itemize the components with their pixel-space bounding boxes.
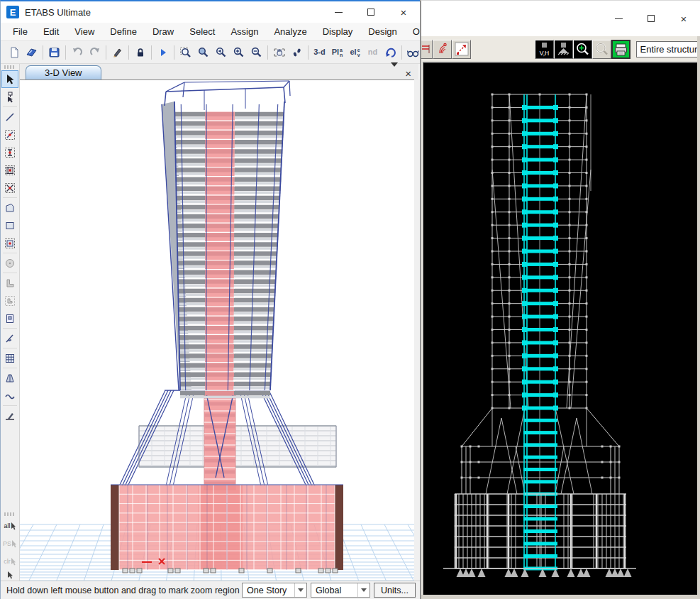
coordinate-system-dropdown[interactable]: Global — [311, 583, 370, 598]
maximize-button[interactable] — [355, 1, 387, 23]
close-button[interactable]: × — [387, 1, 420, 23]
menu-file[interactable]: File — [5, 23, 35, 40]
elevation-view-button[interactable]: elev — [346, 43, 364, 62]
select-by-object-tool[interactable] — [1, 571, 18, 581]
menu-edit[interactable]: Edit — [35, 23, 67, 40]
vertical-horizontal-view-button[interactable]: V,H — [535, 40, 554, 59]
annotate-button[interactable] — [433, 40, 452, 59]
undo-button[interactable] — [68, 43, 86, 62]
wave-icon — [4, 390, 16, 402]
right-minimize-button[interactable] — [602, 1, 635, 36]
menu-design[interactable]: Design — [360, 23, 404, 40]
draw-circle-tool[interactable] — [1, 254, 18, 272]
structure-selector-dropdown[interactable]: Entire structure — [636, 41, 700, 57]
show-supports-button[interactable] — [554, 40, 573, 59]
quick-draw-wall-tool[interactable] — [1, 292, 18, 309]
menu-display[interactable]: Display — [315, 23, 361, 40]
units-button[interactable]: Units... — [374, 583, 416, 598]
zoom-window-icon — [179, 46, 192, 59]
3d-view-canvas[interactable] — [20, 79, 414, 582]
vh-icon: V,H — [536, 41, 552, 57]
sidebar-grip-2[interactable] — [4, 512, 16, 516]
previous-selection-tool[interactable]: PS — [1, 535, 18, 553]
quick-wall-icon — [4, 295, 16, 307]
draw-mode-button[interactable] — [109, 43, 126, 62]
pan-button[interactable] — [270, 43, 288, 62]
section-cut-tool[interactable] — [1, 329, 18, 347]
draw-spline-tool[interactable] — [1, 387, 18, 405]
draw-slab-edge-tool[interactable] — [1, 407, 18, 424]
menu-define[interactable]: Define — [102, 23, 145, 40]
polygon-area-icon — [4, 202, 16, 214]
previous-zoom-button[interactable] — [212, 43, 230, 62]
sidebar-grip[interactable] — [4, 65, 16, 69]
select-arrow-icon — [4, 74, 16, 85]
open-model-button[interactable] — [23, 43, 40, 62]
lock-model-button[interactable] — [131, 43, 149, 62]
maximize-icon — [648, 15, 655, 22]
walkthrough-button[interactable] — [288, 43, 306, 62]
tab-3d-view[interactable]: 3-D View — [26, 65, 101, 79]
view-menu-button[interactable] — [391, 67, 398, 79]
plan-view-button[interactable]: Plan — [328, 43, 346, 62]
menu-assign[interactable]: Assign — [223, 23, 266, 40]
pencil-line-icon — [4, 410, 16, 422]
run-analysis-button[interactable] — [154, 43, 172, 62]
quick-draw-frame-tool[interactable] — [1, 126, 18, 143]
select-all-tool[interactable]: all — [1, 517, 18, 535]
close-icon: × — [681, 13, 687, 24]
zoom-in-button[interactable] — [230, 43, 248, 62]
draw-rectangular-area-tool[interactable] — [1, 216, 18, 234]
right-zoom-out-button[interactable] — [592, 40, 611, 59]
save-button[interactable] — [45, 43, 63, 62]
ramp-icon — [4, 373, 16, 384]
new-file-icon — [8, 46, 21, 59]
rotate-3d-view-button[interactable] — [382, 43, 399, 62]
story-mode-dropdown[interactable]: One Story — [242, 583, 307, 598]
view-3d-button[interactable]: 3-d — [311, 43, 328, 62]
draw-area-tool[interactable] — [1, 199, 18, 216]
draw-ramp-tool[interactable] — [1, 369, 18, 387]
status-message: Hold down left mouse button and drag to … — [6, 586, 242, 595]
rubber-band-zoom-button[interactable] — [177, 43, 194, 62]
undo-icon — [71, 46, 84, 59]
quick-draw-column-tool[interactable] — [1, 143, 18, 161]
elevation-view-canvas[interactable] — [423, 62, 699, 595]
select-tool[interactable] — [1, 70, 18, 88]
grid-icon — [4, 353, 16, 364]
zoom-out-button[interactable] — [248, 43, 265, 62]
close-view-button[interactable]: × — [405, 68, 411, 79]
clear-selection-tool[interactable]: clr — [1, 553, 18, 571]
restore-full-view-button[interactable] — [194, 43, 212, 62]
quick-draw-braces-tool[interactable] — [1, 179, 18, 197]
menu-draw[interactable]: Draw — [145, 23, 182, 40]
building-elevation-wireframe — [423, 63, 698, 595]
measure-button[interactable] — [452, 40, 471, 59]
printer-icon — [613, 42, 628, 57]
draw-joint-tool[interactable] — [1, 108, 18, 126]
run-icon — [157, 46, 170, 59]
redo-button[interactable] — [86, 43, 104, 62]
draw-wall-stack-tool[interactable] — [1, 274, 18, 292]
print-view-button[interactable] — [611, 40, 630, 59]
right-zoom-in-button[interactable] — [573, 40, 592, 59]
quick-column-icon — [4, 147, 16, 158]
menu-analyze[interactable]: Analyze — [266, 23, 314, 40]
minimize-button[interactable] — [322, 1, 355, 23]
draw-opening-tool[interactable] — [1, 309, 18, 327]
reshape-tool[interactable] — [1, 88, 18, 106]
partial-toolbar-button[interactable] — [421, 40, 433, 59]
right-maximize-button[interactable] — [635, 1, 667, 36]
quick-draw-beams-tool[interactable] — [1, 161, 18, 179]
minimize-icon — [615, 18, 623, 19]
menu-select[interactable]: Select — [182, 23, 223, 40]
draw-grid-tool[interactable] — [1, 349, 18, 367]
quick-frame-icon — [4, 129, 16, 141]
new-model-button[interactable] — [5, 43, 23, 62]
zoom-in-icon — [233, 46, 245, 59]
right-close-button[interactable]: × — [667, 1, 700, 36]
draw-toolbar: all PS clr — [1, 64, 20, 581]
menu-view[interactable]: View — [67, 23, 102, 40]
quick-draw-area-tool[interactable] — [1, 234, 18, 252]
named-display-button[interactable]: nd — [364, 43, 382, 62]
